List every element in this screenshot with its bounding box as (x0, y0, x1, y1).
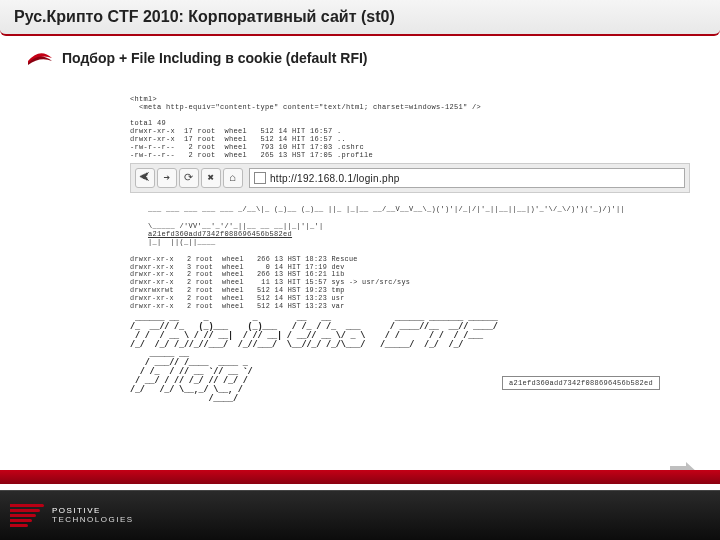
logo-bars-icon (10, 504, 44, 527)
brand-bottom: TECHNOLOGIES (52, 516, 134, 525)
subheader-text: Подбор + File Including в cookie (defaul… (62, 50, 368, 66)
swoosh-icon (28, 51, 52, 65)
document-icon (254, 172, 266, 184)
ascii-line-2: \_____ /'VV'__'_'/'_||__ __ __||_|'|_'| (148, 222, 324, 230)
footer-stripe (0, 470, 720, 484)
flag-ascii-art: ______ __ _ _ __ __ ______ _______ _____… (130, 314, 700, 403)
browser-toolbar: ⮜ ➔ ⟳ ✖ ⌂ http://192.168.0.1/login.php (130, 163, 690, 193)
stop-button[interactable]: ✖ (201, 168, 221, 188)
address-bar[interactable]: http://192.168.0.1/login.php (249, 168, 685, 188)
footer-body: POSITIVE TECHNOLOGIES (0, 490, 720, 540)
flag-wrap: ______ __ _ _ __ __ ______ _______ _____… (130, 314, 700, 403)
reload-button[interactable]: ⟳ (179, 168, 199, 188)
url-text: http://192.168.0.1/login.php (270, 173, 400, 185)
ascii-banner: ___ ___ ___ ___ ___ _/__\|_ (_)__ (_)__ … (130, 197, 700, 253)
back-icon: ⮜ (139, 172, 150, 185)
brand-logo: POSITIVE TECHNOLOGIES (10, 504, 134, 527)
page-title: Рус.Крипто CTF 2010: Корпоративный сайт … (14, 8, 706, 26)
content-area: <html> <meta http-equiv="content-type" c… (130, 95, 700, 404)
ascii-line-1: ___ ___ ___ ___ ___ _/__\|_ (_)__ (_)__ … (148, 205, 625, 213)
subheader: Подбор + File Including в cookie (defaul… (0, 36, 720, 72)
stop-icon: ✖ (208, 172, 215, 185)
home-button[interactable]: ⌂ (223, 168, 243, 188)
back-button[interactable]: ⮜ (135, 168, 155, 188)
terminal-mid: drwxr-xr-x 2 root wheel 266 13 HST 18:23… (130, 256, 700, 311)
flag-hash: a21efd360add7342f088696456b582ed (509, 379, 653, 387)
home-icon: ⌂ (230, 172, 237, 185)
terminal-top: <html> <meta http-equiv="content-type" c… (130, 95, 700, 159)
title-bar: Рус.Крипто CTF 2010: Корпоративный сайт … (0, 0, 720, 36)
reload-icon: ⟳ (184, 172, 193, 185)
brand-text: POSITIVE TECHNOLOGIES (52, 507, 134, 525)
forward-icon: ➔ (164, 172, 171, 185)
forward-button[interactable]: ➔ (157, 168, 177, 188)
footer: POSITIVE TECHNOLOGIES (0, 490, 720, 540)
ascii-tail: |_| ||(_||____ (148, 238, 216, 246)
flag-hash-box: a21efd360add7342f088696456b582ed (502, 376, 660, 390)
hash-1: a21efd360add7342f088696456b582ed (148, 230, 292, 238)
